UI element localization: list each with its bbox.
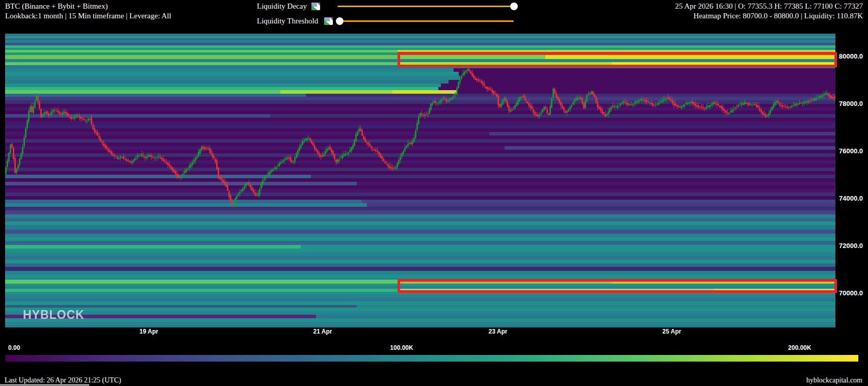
liquidity-threshold-slider[interactable] <box>339 20 514 22</box>
heatmap-price-readout: Heatmap Price: 80700.0 - 80800.0 | Liqui… <box>694 12 863 20</box>
liquidity-colorbar <box>6 355 858 362</box>
price-tick-label: 80000.0 <box>839 52 863 60</box>
price-tick-label: 70000.0 <box>839 289 863 297</box>
date-tick-label: 23 Apr <box>489 328 508 335</box>
liquidity-heatmap-chart[interactable]: HYBLOCK <box>5 34 835 327</box>
colorbar-tick-label: 0.00 <box>8 344 20 351</box>
hyblock-watermark: HYBLOCK <box>23 308 85 322</box>
liquidity-highlight-box <box>398 52 837 67</box>
last-updated-text: Last Updated: 26 Apr 2026 21:25 (UTC) <box>5 376 121 384</box>
image-placeholder-icon <box>311 3 320 10</box>
bottom-progress-line <box>0 384 89 385</box>
price-tick-label: 76000.0 <box>839 147 863 155</box>
liquidity-decay-handle[interactable] <box>510 3 518 10</box>
site-link[interactable]: hyblockcapital.com <box>806 376 862 384</box>
image-placeholder-icon <box>324 17 333 25</box>
annotation-layer <box>5 34 835 327</box>
date-tick-label: 25 Apr <box>663 328 681 335</box>
colorbar-tick-label: 100.00K <box>390 344 413 351</box>
liquidity-threshold-label: Liquidity Threshold <box>257 17 318 25</box>
colorbar-tick-label: 200.00K <box>788 344 811 351</box>
date-tick-label: 21 Apr <box>313 328 332 335</box>
liquidity-highlight-box <box>398 279 837 293</box>
chart-settings: Lookback:1 month | 15 Min timeframe | Le… <box>5 12 171 20</box>
liquidity-decay-label: Liquidity Decay <box>257 2 307 11</box>
price-tick-label: 78000.0 <box>839 100 863 107</box>
symbol-title: BTC (Binance + Bybit + Bitmex) <box>5 2 108 11</box>
date-tick-label: 19 Apr <box>140 328 159 335</box>
price-tick-label: 74000.0 <box>839 195 863 202</box>
ohlc-readout: 25 Apr 2026 16:30 | O: 77355.3 H: 77385 … <box>675 2 863 11</box>
liquidity-decay-slider[interactable] <box>337 6 514 7</box>
liquidity-threshold-handle[interactable] <box>336 17 344 25</box>
price-tick-label: 72000.0 <box>839 242 863 250</box>
